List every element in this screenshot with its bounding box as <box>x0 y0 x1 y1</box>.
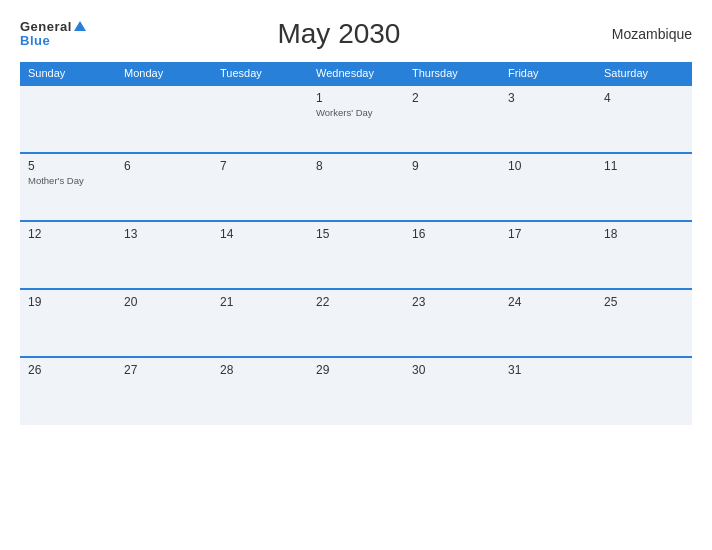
day-number: 24 <box>508 295 588 309</box>
day-number: 18 <box>604 227 684 241</box>
calendar-cell: 22 <box>308 289 404 357</box>
logo: General Blue <box>20 20 86 49</box>
col-thursday: Thursday <box>404 62 500 85</box>
calendar-cell: 16 <box>404 221 500 289</box>
day-number: 21 <box>220 295 300 309</box>
calendar-cell: 27 <box>116 357 212 425</box>
calendar-week-row: 262728293031 <box>20 357 692 425</box>
calendar-cell: 8 <box>308 153 404 221</box>
calendar-cell: 17 <box>500 221 596 289</box>
page: General Blue May 2030 Mozambique Sunday … <box>0 0 712 550</box>
day-number: 1 <box>316 91 396 105</box>
calendar-cell: 5Mother's Day <box>20 153 116 221</box>
col-sunday: Sunday <box>20 62 116 85</box>
calendar-cell: 20 <box>116 289 212 357</box>
calendar-cell: 19 <box>20 289 116 357</box>
calendar-cell: 26 <box>20 357 116 425</box>
day-number: 22 <box>316 295 396 309</box>
calendar-week-row: 5Mother's Day67891011 <box>20 153 692 221</box>
calendar-header-row: Sunday Monday Tuesday Wednesday Thursday… <box>20 62 692 85</box>
calendar-week-row: 12131415161718 <box>20 221 692 289</box>
calendar-cell: 30 <box>404 357 500 425</box>
day-event: Workers' Day <box>316 107 396 118</box>
logo-triangle-icon <box>74 21 86 31</box>
day-number: 19 <box>28 295 108 309</box>
day-number: 28 <box>220 363 300 377</box>
day-number: 4 <box>604 91 684 105</box>
calendar-cell: 15 <box>308 221 404 289</box>
calendar-table: Sunday Monday Tuesday Wednesday Thursday… <box>20 62 692 425</box>
calendar-cell: 25 <box>596 289 692 357</box>
day-number: 14 <box>220 227 300 241</box>
calendar-cell: 9 <box>404 153 500 221</box>
day-number: 11 <box>604 159 684 173</box>
calendar-cell <box>596 357 692 425</box>
day-number: 26 <box>28 363 108 377</box>
day-number: 31 <box>508 363 588 377</box>
calendar-cell: 1Workers' Day <box>308 85 404 153</box>
calendar-cell: 2 <box>404 85 500 153</box>
day-number: 15 <box>316 227 396 241</box>
calendar-cell <box>20 85 116 153</box>
calendar-cell: 18 <box>596 221 692 289</box>
calendar-cell: 3 <box>500 85 596 153</box>
day-number: 2 <box>412 91 492 105</box>
day-number: 16 <box>412 227 492 241</box>
calendar-cell: 7 <box>212 153 308 221</box>
col-tuesday: Tuesday <box>212 62 308 85</box>
calendar-cell: 4 <box>596 85 692 153</box>
calendar-cell <box>212 85 308 153</box>
day-number: 3 <box>508 91 588 105</box>
calendar-cell: 6 <box>116 153 212 221</box>
day-number: 23 <box>412 295 492 309</box>
calendar-cell: 13 <box>116 221 212 289</box>
logo-general-text: General <box>20 20 86 34</box>
day-number: 5 <box>28 159 108 173</box>
calendar-cell: 31 <box>500 357 596 425</box>
calendar-cell: 24 <box>500 289 596 357</box>
day-event: Mother's Day <box>28 175 108 186</box>
logo-blue-text: Blue <box>20 34 86 48</box>
calendar-cell: 28 <box>212 357 308 425</box>
calendar-cell: 14 <box>212 221 308 289</box>
day-number: 30 <box>412 363 492 377</box>
day-number: 8 <box>316 159 396 173</box>
country-label: Mozambique <box>592 26 692 42</box>
calendar-cell <box>116 85 212 153</box>
col-monday: Monday <box>116 62 212 85</box>
col-saturday: Saturday <box>596 62 692 85</box>
calendar-week-row: 19202122232425 <box>20 289 692 357</box>
header: General Blue May 2030 Mozambique <box>20 18 692 50</box>
day-number: 20 <box>124 295 204 309</box>
day-number: 29 <box>316 363 396 377</box>
day-number: 25 <box>604 295 684 309</box>
day-number: 13 <box>124 227 204 241</box>
day-number: 17 <box>508 227 588 241</box>
col-friday: Friday <box>500 62 596 85</box>
calendar-cell: 21 <box>212 289 308 357</box>
day-number: 10 <box>508 159 588 173</box>
day-number: 12 <box>28 227 108 241</box>
calendar-cell: 23 <box>404 289 500 357</box>
calendar-week-row: 1Workers' Day234 <box>20 85 692 153</box>
col-wednesday: Wednesday <box>308 62 404 85</box>
day-number: 27 <box>124 363 204 377</box>
day-number: 6 <box>124 159 204 173</box>
calendar-cell: 12 <box>20 221 116 289</box>
calendar-cell: 10 <box>500 153 596 221</box>
calendar-title: May 2030 <box>86 18 592 50</box>
calendar-cell: 29 <box>308 357 404 425</box>
day-number: 9 <box>412 159 492 173</box>
calendar-cell: 11 <box>596 153 692 221</box>
day-number: 7 <box>220 159 300 173</box>
